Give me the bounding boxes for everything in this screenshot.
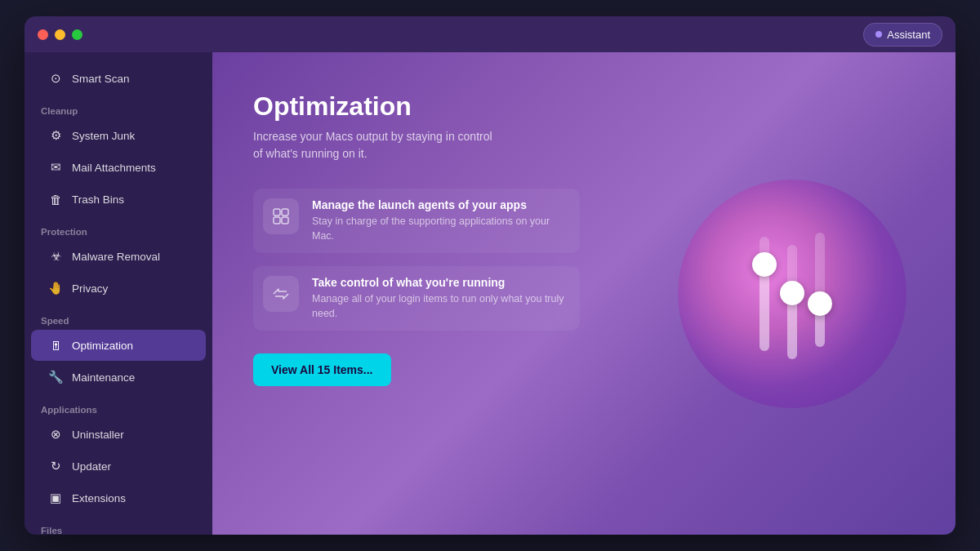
slider-2 (787, 245, 797, 359)
optimization-illustration (678, 180, 906, 408)
smart-scan-icon: ⊙ (47, 70, 64, 87)
sidebar-item-label: System Junk (72, 130, 135, 142)
sidebar-item-trash-bins[interactable]: 🗑 Trash Bins (31, 184, 206, 215)
sidebar-item-label: Smart Scan (72, 73, 130, 85)
sidebar-category-speed: Speed (24, 304, 212, 329)
sidebar-item-updater[interactable]: ↻ Updater (31, 451, 206, 482)
sidebar-item-uninstaller[interactable]: ⊗ Uninstaller (31, 419, 206, 450)
app-window: Assistant ⊙ Smart Scan Cleanup ⚙ System … (24, 16, 956, 535)
sidebar-item-malware-removal[interactable]: ☣ Malware Removal (31, 241, 206, 272)
page-subtitle: Increase your Macs output by staying in … (253, 128, 498, 162)
assistant-indicator (875, 31, 882, 38)
slider-2-thumb (780, 281, 804, 305)
page-title: Optimization (253, 91, 915, 122)
sidebar-item-extensions[interactable]: ▣ Extensions (31, 482, 206, 513)
feature-card-title: Take control of what you're running (312, 276, 570, 289)
sliders-graphic (760, 229, 825, 359)
feature-card-login-items[interactable]: Take control of what you're running Mana… (253, 266, 580, 331)
content-header: Optimization Increase your Macs output b… (253, 91, 915, 162)
privacy-icon: 🤚 (47, 280, 64, 296)
uninstaller-icon: ⊗ (47, 426, 64, 442)
minimize-button[interactable] (55, 29, 65, 40)
sidebar-category-files: Files (24, 514, 212, 535)
illustration-circle (678, 180, 906, 408)
svg-rect-2 (274, 217, 280, 224)
sidebar-category-cleanup: Cleanup (24, 95, 212, 119)
maximize-button[interactable] (72, 29, 82, 40)
svg-rect-3 (282, 217, 288, 224)
sidebar-item-label: Mail Attachments (72, 162, 156, 174)
slider-3-thumb (808, 291, 832, 316)
extensions-icon: ▣ (47, 490, 64, 506)
feature-card-launch-agents-text: Manage the launch agents of your apps St… (312, 198, 570, 243)
slider-1-thumb (752, 252, 777, 277)
feature-cards: Manage the launch agents of your apps St… (253, 189, 580, 331)
sidebar-item-label: Malware Removal (72, 251, 160, 263)
content-area: Optimization Increase your Macs output b… (212, 52, 956, 535)
sidebar-item-system-junk[interactable]: ⚙ System Junk (31, 120, 206, 151)
system-junk-icon: ⚙ (47, 127, 64, 144)
view-all-button[interactable]: View All 15 Items... (253, 353, 391, 386)
main-area: ⊙ Smart Scan Cleanup ⚙ System Junk ✉ Mai… (24, 52, 956, 535)
sidebar-item-privacy[interactable]: 🤚 Privacy (31, 273, 206, 304)
optimization-icon: 🎚 (47, 337, 64, 353)
feature-card-login-items-text: Take control of what you're running Mana… (312, 276, 570, 321)
svg-rect-0 (274, 209, 280, 216)
sidebar-item-label: Updater (72, 460, 111, 473)
login-items-icon (263, 276, 299, 312)
feature-card-description: Stay in charge of the supporting applica… (312, 215, 570, 243)
titlebar: Assistant (24, 16, 956, 52)
sidebar-item-label: Trash Bins (72, 193, 124, 206)
sidebar-item-smart-scan[interactable]: ⊙ Smart Scan (31, 63, 206, 94)
sidebar-item-label: Maintenance (72, 371, 135, 384)
launch-agents-icon (263, 198, 299, 234)
feature-card-description: Manage all of your login items to run on… (312, 292, 570, 321)
sidebar-item-mail-attachments[interactable]: ✉ Mail Attachments (31, 152, 206, 183)
sidebar-item-optimization[interactable]: 🎚 Optimization (31, 330, 206, 361)
sidebar-item-label: Privacy (72, 282, 108, 295)
sidebar: ⊙ Smart Scan Cleanup ⚙ System Junk ✉ Mai… (24, 52, 212, 535)
sidebar-item-label: Extensions (72, 492, 126, 504)
close-button[interactable] (38, 29, 48, 40)
slider-3 (815, 233, 825, 347)
assistant-button[interactable]: Assistant (863, 23, 942, 47)
trash-icon: 🗑 (47, 191, 64, 207)
sidebar-category-applications: Applications (24, 393, 212, 418)
maintenance-icon: 🔧 (47, 369, 64, 385)
mail-icon: ✉ (47, 159, 64, 176)
sidebar-item-label: Uninstaller (72, 429, 124, 441)
slider-1 (760, 237, 769, 351)
feature-card-launch-agents[interactable]: Manage the launch agents of your apps St… (253, 189, 580, 253)
updater-icon: ↻ (47, 458, 64, 474)
sidebar-category-protection: Protection (24, 216, 212, 240)
malware-icon: ☣ (47, 248, 64, 264)
sidebar-item-maintenance[interactable]: 🔧 Maintenance (31, 362, 206, 393)
assistant-label: Assistant (887, 29, 930, 41)
svg-rect-1 (282, 209, 288, 216)
sidebar-item-label: Optimization (72, 340, 133, 352)
traffic-lights (38, 29, 82, 40)
feature-card-title: Manage the launch agents of your apps (312, 198, 570, 211)
